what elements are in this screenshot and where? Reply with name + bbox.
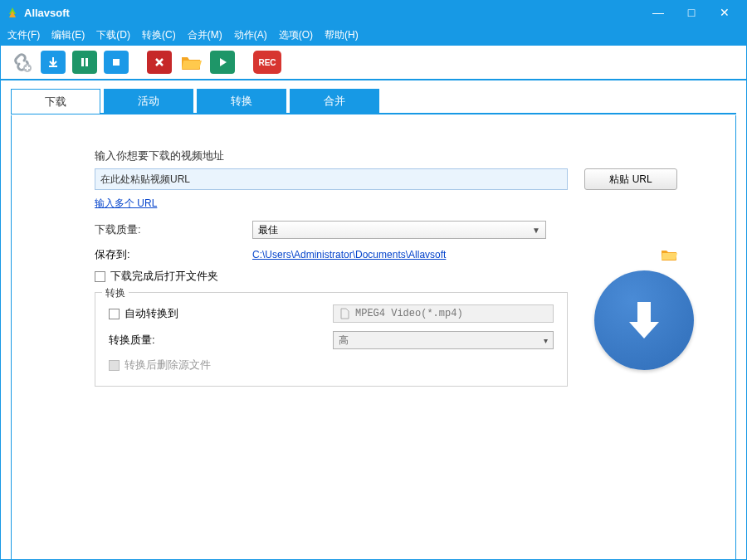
tab-activity[interactable]: 活动 [104, 89, 193, 114]
quality-value: 最佳 [258, 223, 278, 237]
saveto-label: 保存到: [95, 247, 252, 262]
app-logo-icon [6, 6, 19, 19]
record-icon[interactable]: REC [253, 51, 281, 74]
svg-rect-4 [637, 302, 651, 324]
quality-select[interactable]: 最佳 ▼ [252, 221, 546, 239]
format-select[interactable]: MPEG4 Video(*.mp4) [333, 304, 554, 323]
convert-quality-select[interactable]: 高 ▾ [333, 331, 554, 349]
menu-file[interactable]: 文件(F) [7, 28, 40, 42]
menu-option[interactable]: 选项(O) [279, 28, 313, 42]
big-download-button[interactable] [594, 270, 694, 370]
pause-icon[interactable] [72, 51, 97, 74]
close-button[interactable]: ✕ [708, 6, 741, 19]
svg-rect-3 [113, 59, 120, 66]
url-prompt-label: 输入你想要下载的视频地址 [95, 149, 677, 163]
delete-source-label: 转换后删除源文件 [124, 358, 211, 373]
convert-quality-label: 转换质量: [109, 333, 155, 348]
auto-convert-checkbox[interactable] [109, 309, 120, 319]
menu-action[interactable]: 动作(A) [234, 28, 267, 42]
stop-icon[interactable] [104, 51, 129, 74]
svg-rect-1 [81, 58, 84, 66]
play-icon[interactable] [210, 51, 235, 74]
url-input[interactable] [95, 168, 568, 190]
minimize-button[interactable]: — [642, 6, 675, 19]
tab-merge[interactable]: 合并 [290, 89, 379, 114]
multi-url-link[interactable]: 输入多个 URL [95, 197, 157, 209]
tab-convert[interactable]: 转换 [197, 89, 286, 114]
open-folder-label: 下载完成后打开文件夹 [110, 269, 218, 284]
open-folder-icon[interactable] [178, 51, 203, 74]
convert-legend: 转换 [102, 286, 129, 300]
content-panel: 输入你想要下载的视频地址 粘贴 URL 输入多个 URL 下载质量: 最佳 ▼ … [12, 115, 735, 395]
browse-folder-icon[interactable] [661, 248, 677, 261]
convert-quality-value: 高 [339, 334, 349, 348]
delete-source-checkbox [109, 360, 120, 371]
menu-merge[interactable]: 合并(M) [188, 28, 222, 42]
paste-url-button[interactable]: 粘贴 URL [584, 168, 677, 190]
auto-convert-label: 自动转换到 [124, 306, 178, 321]
svg-rect-2 [85, 58, 88, 66]
menu-convert[interactable]: 转换(C) [142, 28, 176, 42]
convert-fieldset: 转换 自动转换到 MPEG4 Video(*.mp4) 转换质量: 高 ▾ 转换… [95, 292, 568, 387]
chevron-down-icon: ▾ [544, 336, 548, 345]
menu-edit[interactable]: 编辑(E) [51, 28, 85, 42]
menu-download[interactable]: 下载(D) [96, 28, 130, 42]
saveto-path[interactable]: C:\Users\Administrator\Documents\Allavso… [252, 249, 654, 261]
tab-download[interactable]: 下载 [11, 89, 100, 114]
download-arrow-icon [618, 294, 671, 347]
chevron-down-icon: ▼ [532, 226, 540, 235]
file-icon [339, 308, 350, 319]
toolbar: REC [1, 46, 746, 80]
tab-bar: 下载 活动 转换 合并 [1, 80, 746, 114]
quality-label: 下载质量: [95, 222, 252, 237]
menu-help[interactable]: 帮助(H) [325, 28, 359, 42]
open-folder-checkbox[interactable] [95, 271, 105, 282]
format-value: MPEG4 Video(*.mp4) [355, 308, 463, 319]
window-title: Allavsoft [24, 7, 642, 19]
maximize-button[interactable]: □ [675, 6, 708, 19]
download-icon[interactable] [41, 51, 66, 74]
link-icon[interactable] [9, 51, 34, 74]
delete-icon[interactable] [147, 51, 172, 74]
menu-bar: 文件(F) 编辑(E) 下载(D) 转换(C) 合并(M) 动作(A) 选项(O… [1, 24, 746, 46]
